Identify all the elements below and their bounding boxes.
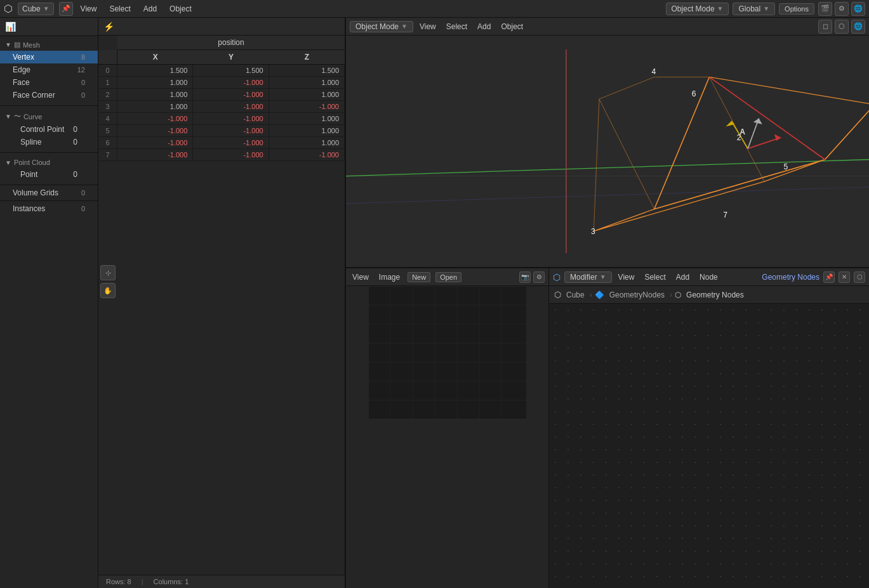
bc-sep2: › [670,291,672,299]
vp-icon1[interactable]: ◻ [818,20,832,34]
svg-text:4: 4 [651,67,656,76]
bc-geonodes[interactable]: GeometryNodes [607,289,667,301]
ss-header-icon: 📊 [5,22,16,32]
point-item[interactable]: Point 0 [0,168,98,181]
col-index-header [98,50,117,64]
mesh-icon: ▤ [14,41,20,49]
image-canvas [346,286,548,419]
bc-gn-icon: 🔷 [595,291,604,299]
ne-title: Geometry Nodes [762,273,819,282]
bc-sep1: › [590,291,592,299]
spreadsheet-sidebar: 📊 ▼ ▤ Mesh Vertex 8 Edge 12 Face 0 Face … [0,18,98,588]
curve-icon: 〜 [14,112,21,121]
ne-pin[interactable]: 📌 [823,271,835,283]
table-row: 0 1.500 1.500 1.500 [98,65,345,77]
table-row: 5 -1.000 -1.000 1.000 [98,125,345,137]
image-grid-svg [368,286,527,419]
bc-cube[interactable]: Cube [564,289,587,301]
filter-icon[interactable]: ⚡ [103,22,114,32]
globe-icon[interactable]: 🌐 [851,2,865,16]
workspace-dropdown[interactable]: Cube ▼ [18,3,54,15]
curve-section: ▼ 〜 Curve Control Point 0 Spline 0 [0,107,98,151]
node-canvas[interactable]: ▼ Group Input Geometry [549,304,869,588]
divider-2 [0,152,98,153]
hand-tool[interactable]: ✋ [100,283,116,298]
top-menu: View Select Add Object [78,3,194,15]
mesh-section-label[interactable]: ▼ ▤ Mesh [0,39,98,51]
instances-item[interactable]: Instances 0 [0,202,98,215]
menu-add[interactable]: Add [141,3,159,15]
bc-gn-icon2: ⬡ [675,291,681,299]
vp-object[interactable]: Object [498,21,526,32]
spreadsheet-header: 📊 [0,18,98,36]
mode-dropdown[interactable]: Object Mode ▼ [666,3,729,15]
tool-sidebar: ⊹ ✋ [100,265,116,298]
face-item[interactable]: Face 0 [0,76,98,89]
svg-line-4 [346,187,869,204]
new-btn[interactable]: New [408,272,430,282]
settings-icon[interactable]: ⚙ [835,2,849,16]
select-tool[interactable]: ⊹ [100,265,116,280]
svg-line-11 [599,99,654,209]
svg-line-12 [594,99,599,231]
menu-view[interactable]: View [78,3,100,15]
point-cloud-section: ▼ Point Cloud Point 0 [0,154,98,183]
main-area: 📊 ▼ ▤ Mesh Vertex 8 Edge 12 Face 0 Face … [0,18,869,588]
vp-view[interactable]: View [417,21,439,32]
breadcrumb-bar: ⬡ Cube › 🔷 GeometryNodes › ⬡ Geometry No… [549,286,869,304]
img-image[interactable]: Image [376,271,402,283]
bottom-section: View Image New Open 📷 ⚙ [346,268,869,588]
vp-mode-dropdown[interactable]: Object Mode ▼ [350,21,413,32]
img-view[interactable]: View [350,271,371,283]
control-point-item[interactable]: Control Point 0 [0,123,98,136]
point-cloud-label[interactable]: ▼ Point Cloud [0,157,98,168]
modifier-label: Modifier [570,273,597,282]
render-icon[interactable]: 🎬 [818,2,832,16]
col-z-header: Z [269,50,345,64]
svg-rect-29 [368,286,527,419]
spline-item[interactable]: Spline 0 [0,136,98,148]
curve-section-label[interactable]: ▼ 〜 Curve [0,110,98,123]
global-dropdown[interactable]: Global ▼ [733,3,775,15]
vp-icon3[interactable]: 🌐 [851,20,865,34]
col-header: X Y Z [98,50,345,65]
table-row: 1 1.000 -1.000 1.000 [98,77,345,89]
table-row: 6 -1.000 -1.000 1.000 [98,137,345,149]
vp-select[interactable]: Select [444,21,470,32]
table-row: 3 1.000 -1.000 -1.000 [98,101,345,113]
ne-node[interactable]: Node [697,271,720,283]
vertex-item[interactable]: Vertex 8 [0,51,98,63]
ss-table: position X Y Z 0 1.500 1.500 1.500 1 1.0… [98,36,345,575]
global-label: Global [738,4,760,13]
vp-mode-label: Object Mode [355,22,399,31]
table-row: 4 -1.000 -1.000 1.000 [98,113,345,125]
vp-icon2[interactable]: ⬡ [835,20,849,34]
menu-select[interactable]: Select [107,3,133,15]
ne-select[interactable]: Select [642,271,668,283]
pin-icon[interactable]: 📌 [59,2,73,16]
bc-active[interactable]: Geometry Nodes [684,289,746,301]
ne-close[interactable]: ✕ [839,271,850,283]
vp-add[interactable]: Add [475,21,493,32]
img-icon2[interactable]: ⚙ [533,271,545,283]
image-editor: View Image New Open 📷 ⚙ [346,268,549,588]
col-y-header: Y [193,50,269,64]
img-icon1[interactable]: 📷 [519,271,531,283]
vp-menu: View Select Add Object [417,21,526,32]
ne-menu: View Select Add Node [616,271,720,283]
options-btn[interactable]: Options [779,3,814,15]
blender-icon: ⬡ [4,3,13,15]
viewport-canvas[interactable]: A 4 0 6 2 5 7 3 [346,36,869,267]
volume-grids-item[interactable]: Volume Grids 0 [0,186,98,199]
ne-icon1[interactable]: ⬡ [854,271,865,283]
ss-status: Rows: 8 | Columns: 1 [98,575,345,588]
menu-object[interactable]: Object [167,3,194,15]
ne-header-icon: ⬡ [553,272,561,282]
ne-add[interactable]: Add [673,271,692,283]
open-btn[interactable]: Open [435,272,461,282]
face-corner-item[interactable]: Face Corner 0 [0,89,98,101]
modifier-dropdown[interactable]: Modifier ▼ [564,271,612,283]
mesh-section: ▼ ▤ Mesh Vertex 8 Edge 12 Face 0 Face Co… [0,36,98,104]
ne-view[interactable]: View [616,271,637,283]
edge-item[interactable]: Edge 12 [0,63,98,76]
